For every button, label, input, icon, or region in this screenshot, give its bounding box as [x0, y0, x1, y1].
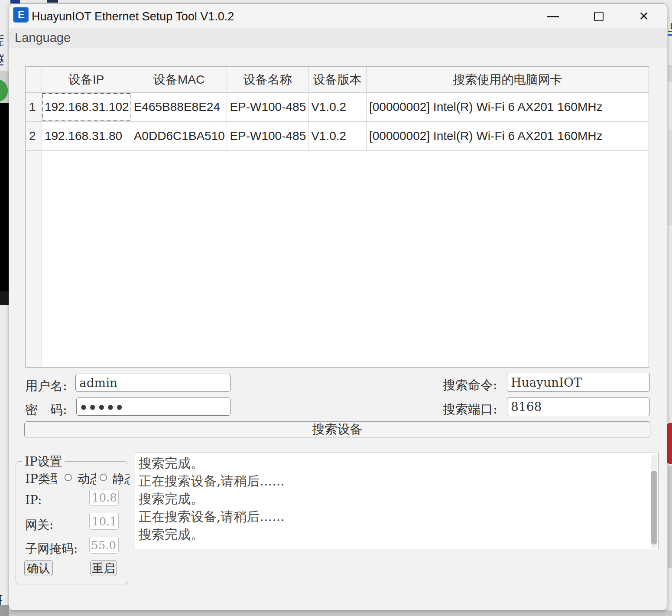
radio-static-ip[interactable] — [100, 474, 107, 481]
table-header-nic: 搜索使用的电脑网卡 — [367, 67, 649, 93]
search-devices-button[interactable]: 搜索设备 — [24, 421, 650, 437]
window-title: HuayunIOT Ethernet Setup Tool V1.0.2 — [32, 10, 234, 23]
bg-right-gray-block — [668, 65, 672, 82]
log-line: 搜索完成。 — [139, 525, 649, 543]
table-row[interactable]: 1 192.168.31.102 E465B88E8E24 EP-W100-48… — [26, 93, 649, 122]
table-header-ip: 设备IP — [42, 67, 131, 93]
table-header-row: 设备IP 设备MAC 设备名称 设备版本 搜索使用的电脑网卡 — [26, 67, 649, 93]
log-line: 搜索完成。 — [139, 454, 649, 472]
subnet-mask-label: 子网掩码: — [25, 541, 78, 557]
radio-dynamic-label: 动态 — [78, 471, 96, 487]
ip-settings-group-title: IP设置 — [22, 453, 65, 470]
table-header-mac: 设备MAC — [131, 67, 227, 93]
title-bar[interactable]: E HuayunIOT Ethernet Setup Tool V1.0.2 ✕ — [9, 4, 667, 28]
username-label: 用户名: — [25, 378, 67, 395]
password-dots: ●●●●● — [80, 400, 125, 414]
radio-static-label: 静态 — [112, 471, 130, 487]
bg-left-video-black-fade — [0, 291, 9, 305]
bg-right-text-fragment: 与 — [668, 21, 672, 33]
log-line: 正在搜索设备,请稍后...... — [139, 508, 649, 525]
cell-device-nic[interactable]: [00000002] Intel(R) Wi-Fi 6 AX201 160MHz — [367, 93, 649, 122]
menu-bar: Language — [9, 28, 667, 48]
password-input[interactable]: ●●●●● — [76, 398, 230, 416]
log-scrollbar[interactable] — [651, 454, 657, 548]
gateway-label: 网关: — [25, 517, 53, 533]
bg-right-gray-block — [668, 130, 672, 225]
cell-device-mac[interactable]: A0DD6C1BA510 — [131, 122, 227, 151]
log-scrollbar-thumb[interactable] — [651, 471, 657, 544]
confirm-button[interactable]: 确认 — [24, 560, 53, 576]
log-line: 正在搜索设备,请稍后...... — [139, 472, 649, 490]
bg-bottom-strip — [0, 610, 672, 616]
password-label: 密 码: — [25, 401, 67, 419]
restart-button[interactable]: 重启 — [90, 560, 117, 576]
cell-device-ip[interactable]: 192.168.31.80 — [42, 122, 131, 151]
minimize-icon — [547, 16, 559, 17]
ip-label: IP: — [25, 493, 42, 507]
bg-top-blue-fragment — [10, 0, 20, 3]
cell-device-version[interactable]: V1.0.2 — [308, 122, 367, 151]
table-header-name: 设备名称 — [227, 67, 308, 93]
bg-top-dark-fragment — [47, 0, 58, 3]
cell-device-name[interactable]: EP-W100-485 — [227, 122, 308, 151]
table-row[interactable]: 2 192.168.31.80 A0DD6C1BA510 EP-W100-485… — [26, 122, 649, 151]
close-button[interactable]: ✕ — [630, 7, 657, 26]
log-output[interactable]: 搜索完成。 正在搜索设备,请稍后...... 搜索完成。 正在搜索设备,请稍后.… — [135, 453, 659, 549]
menu-language[interactable]: Language — [9, 31, 76, 45]
row-index: 2 — [26, 122, 42, 151]
bg-left-text-fragment: 送 — [0, 51, 3, 67]
cell-device-name[interactable]: EP-W100-485 — [227, 93, 308, 122]
minimize-button[interactable] — [539, 7, 566, 26]
search-port-input[interactable]: 8168 — [507, 398, 650, 416]
log-line: 搜索完成。 — [139, 490, 649, 508]
maximize-button[interactable] — [585, 7, 612, 26]
radio-dynamic-ip[interactable] — [65, 474, 72, 481]
search-command-label: 搜索命令: — [443, 377, 497, 394]
ip-type-label: IP类型 — [25, 471, 57, 487]
search-port-label: 搜索端口: — [443, 401, 497, 418]
ip-input[interactable]: 10.8 — [89, 489, 119, 506]
app-window: E HuayunIOT Ethernet Setup Tool V1.0.2 ✕… — [9, 3, 667, 610]
search-command-input[interactable]: HuayunIOT — [507, 373, 650, 392]
maximize-icon — [594, 12, 604, 21]
subnet-mask-input[interactable]: 255.0 — [89, 537, 119, 554]
username-input[interactable]: admin — [75, 374, 230, 392]
cell-device-ip[interactable]: 192.168.31.102 — [42, 93, 131, 122]
bg-right-blue-line — [668, 34, 672, 36]
bg-bottom-left-corner — [0, 605, 9, 616]
bg-right-gray-block — [668, 466, 672, 568]
bg-left-text-fragment: 后 — [0, 32, 3, 47]
table-header-version: 设备版本 — [308, 67, 367, 93]
table-header-corner — [26, 67, 42, 93]
cell-device-version[interactable]: V1.0.2 — [308, 93, 367, 122]
app-icon: E — [13, 7, 29, 23]
close-icon: ✕ — [639, 10, 649, 23]
device-table[interactable]: 设备IP 设备MAC 设备名称 设备版本 搜索使用的电脑网卡 1 192.168… — [25, 66, 649, 368]
cell-device-mac[interactable]: E465B88E8E24 — [131, 93, 227, 122]
bg-left-video-black — [0, 103, 9, 291]
cell-device-nic[interactable]: [00000002] Intel(R) Wi-Fi 6 AX201 160MHz — [367, 122, 649, 151]
gateway-input[interactable]: 10.1 — [89, 513, 119, 530]
row-index: 1 — [26, 93, 42, 122]
